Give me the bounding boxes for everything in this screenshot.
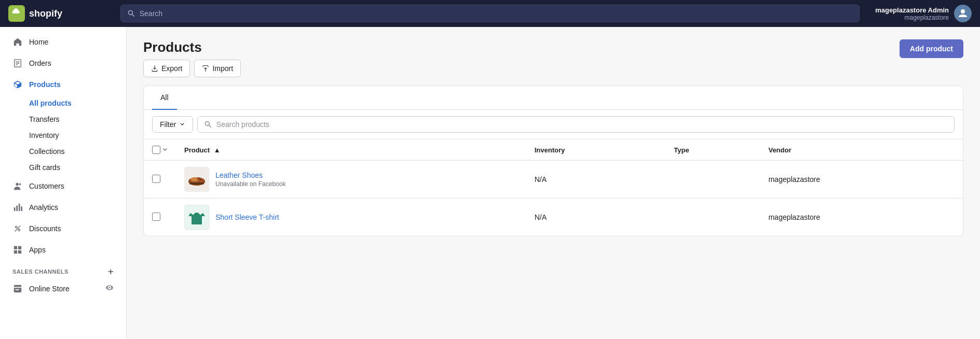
main-content: Products Export Import Add product [127, 27, 980, 339]
svg-rect-6 [19, 204, 20, 211]
export-icon [151, 65, 158, 72]
chevron-down-icon [179, 121, 185, 128]
orders-icon [12, 58, 23, 68]
product-cell: Short Sleeve T-shirt [184, 205, 518, 230]
home-icon [12, 37, 23, 47]
user-info: mageplazastore Admin mageplazastore [875, 6, 949, 21]
sidebar-item-home[interactable]: Home [4, 32, 122, 52]
sidebar-item-analytics[interactable]: Analytics [4, 197, 122, 218]
page-header: Products Export Import Add product [143, 39, 963, 77]
user-store: mageplazastore [875, 14, 949, 21]
sidebar-sub-item-inventory[interactable]: Inventory [4, 128, 122, 143]
sidebar-item-orders[interactable]: Orders [4, 53, 122, 74]
main-layout: Home Orders Products All products Transf… [0, 27, 980, 339]
product-info: Leather ShoesUnavailable on Facebook [215, 171, 285, 188]
shoes-image [185, 168, 208, 191]
user-name: mageplazastore Admin [875, 6, 949, 14]
logo-text: shopify [29, 8, 62, 19]
product-info: Short Sleeve T-shirt [215, 213, 279, 221]
online-store-label: Online Store [29, 285, 70, 293]
customers-icon [12, 181, 23, 191]
product-inventory: N/A [526, 199, 666, 236]
import-button[interactable]: Import [194, 60, 241, 77]
svg-rect-19 [189, 182, 204, 185]
global-search-bar[interactable] [120, 5, 860, 22]
sidebar-sub-item-collections[interactable]: Collections [4, 144, 122, 159]
sidebar-item-analytics-label: Analytics [29, 203, 58, 211]
svg-rect-4 [14, 207, 16, 211]
export-button[interactable]: Export [143, 60, 190, 77]
sidebar-item-products[interactable]: Products [4, 74, 122, 95]
sidebar-item-discounts-label: Discounts [29, 224, 61, 233]
svg-rect-7 [21, 206, 22, 211]
product-name-link[interactable]: Leather Shoes [215, 171, 263, 179]
sidebar-sub-collections-label: Collections [29, 147, 64, 156]
search-products-field[interactable] [197, 116, 955, 133]
avatar[interactable] [954, 5, 972, 22]
sidebar-item-online-store[interactable]: Online Store [4, 279, 122, 299]
sidebar-sub-item-all-products[interactable]: All products [4, 95, 122, 111]
col-header-type: Type [665, 139, 760, 161]
product-subtext: Unavailable on Facebook [215, 180, 285, 188]
product-cell: Leather ShoesUnavailable on Facebook [184, 167, 518, 192]
sidebar: Home Orders Products All products Transf… [0, 27, 127, 339]
search-products-input[interactable] [216, 120, 948, 129]
product-inventory: N/A [526, 161, 666, 199]
shopify-logo-icon [8, 5, 25, 22]
logo-area: shopify [8, 5, 112, 22]
select-all-checkbox-area[interactable] [152, 146, 168, 154]
product-sort-icon[interactable]: ▲ [214, 146, 221, 154]
global-search-input[interactable] [140, 9, 853, 18]
table-row: Leather ShoesUnavailable on FacebookN/Am… [144, 161, 963, 199]
svg-rect-12 [18, 246, 21, 249]
svg-rect-11 [14, 246, 17, 249]
online-store-icon [12, 284, 23, 294]
sidebar-item-home-label: Home [29, 38, 48, 46]
sidebar-sub-item-gift-cards[interactable]: Gift cards [4, 160, 122, 175]
product-thumbnail [184, 167, 209, 192]
sidebar-item-customers-label: Customers [29, 182, 64, 190]
add-product-button[interactable]: Add product [900, 39, 963, 58]
svg-rect-5 [16, 205, 18, 211]
products-icon [12, 79, 23, 90]
sales-channels-section-title: SALES CHANNELS + [0, 261, 126, 278]
top-navigation: shopify mageplazastore Admin mageplazast… [0, 0, 980, 27]
sidebar-sub-item-transfers[interactable]: Transfers [4, 111, 122, 127]
col-header-product: Product ▲ [176, 139, 526, 161]
card-tabs: All [144, 86, 963, 110]
product-type [665, 199, 760, 236]
svg-rect-13 [14, 250, 17, 253]
row-checkbox[interactable] [152, 213, 160, 221]
sidebar-item-apps-label: Apps [29, 246, 46, 254]
discounts-icon [12, 223, 23, 234]
table-row: Short Sleeve T-shirtN/Amageplazastore [144, 199, 963, 236]
sidebar-item-apps[interactable]: Apps [4, 239, 122, 260]
page-actions: Export Import [143, 60, 241, 77]
filter-button[interactable]: Filter [152, 116, 193, 133]
sidebar-item-discounts[interactable]: Discounts [4, 218, 122, 239]
product-name-link[interactable]: Short Sleeve T-shirt [215, 213, 279, 221]
row-checkbox[interactable] [152, 175, 160, 183]
col-header-inventory: Inventory [526, 139, 666, 161]
tab-all[interactable]: All [152, 86, 177, 110]
page-header-left: Products Export Import [143, 39, 241, 77]
import-icon [202, 65, 209, 72]
svg-rect-14 [18, 250, 21, 253]
product-vendor: mageplazastore [760, 161, 963, 199]
products-table: Product ▲ Inventory Type Vendor [144, 139, 963, 236]
sidebar-item-products-label: Products [29, 80, 61, 89]
sidebar-item-orders-label: Orders [29, 59, 51, 67]
sidebar-sub-transfers-label: Transfers [29, 115, 60, 123]
search-icon [127, 9, 135, 18]
table-header-row: Product ▲ Inventory Type Vendor [144, 139, 963, 161]
sidebar-sub-all-products-label: All products [29, 99, 72, 107]
sidebar-item-customers[interactable]: Customers [4, 176, 122, 196]
select-all-checkbox[interactable] [152, 146, 160, 154]
svg-point-8 [16, 227, 18, 229]
eye-icon[interactable] [105, 284, 114, 294]
checkbox-dropdown-icon[interactable] [162, 147, 168, 152]
product-type [665, 161, 760, 199]
analytics-icon [12, 202, 23, 213]
add-sales-channel-button[interactable]: + [108, 267, 114, 276]
svg-point-9 [18, 229, 20, 231]
